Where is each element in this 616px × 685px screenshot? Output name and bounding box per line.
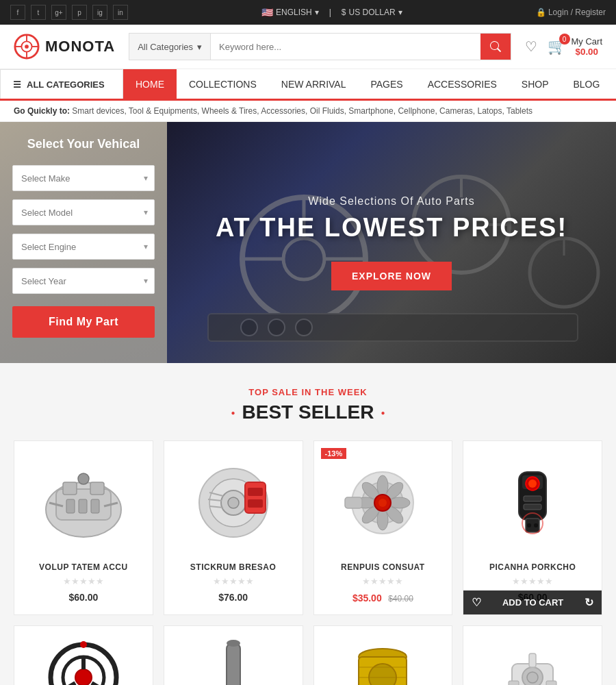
locale-selector: 🇺🇸 ENGLISH ▾ | $ US DOLLAR ▾	[261, 7, 402, 18]
nav-accessories[interactable]: ACCESSORIES	[415, 69, 509, 101]
quick-link-tablets[interactable]: Tablets	[506, 106, 532, 116]
product-grid: VOLUP TATEM ACCU ★★★★★ $60.00	[14, 440, 602, 615]
nav-pages[interactable]: PAGES	[358, 69, 415, 101]
svg-point-28	[78, 473, 89, 484]
svg-point-62	[534, 523, 538, 527]
product-price-3: $35.00 $40.00	[324, 592, 442, 604]
svg-rect-87	[509, 681, 519, 685]
svg-point-18	[241, 319, 257, 336]
product-card-1[interactable]: VOLUP TATEM ACCU ★★★★★ $60.00	[14, 440, 153, 615]
quick-link-wheels[interactable]: Wheels & Tires	[202, 106, 257, 116]
product-card-6[interactable]	[164, 625, 303, 685]
product-image-6	[175, 636, 292, 685]
language-selector[interactable]: 🇺🇸 ENGLISH ▾	[261, 7, 319, 18]
product-name-4: PICANHA PORKCHO	[474, 562, 591, 572]
svg-rect-35	[245, 482, 266, 513]
engine-select[interactable]: Select Engine	[12, 234, 155, 260]
product-image-2	[175, 451, 292, 554]
cart-label: My Cart	[572, 36, 603, 47]
title-dot-right: ●	[381, 409, 385, 416]
header: MONOTA All Categories ▾ ♡ 🛒 0 My Cart $0…	[0, 25, 616, 69]
hero-title: AT THE LOWEST PRICES!	[216, 213, 567, 242]
google-plus-icon[interactable]: g+	[51, 5, 66, 20]
product-stars-1: ★★★★★	[25, 576, 142, 586]
make-select[interactable]: Select Make	[12, 165, 155, 191]
quick-link-accessories[interactable]: Accessories	[261, 106, 305, 116]
year-select-wrapper: Select Year ▾	[12, 268, 155, 294]
product-card-4[interactable]: ♡ ADD TO CART ↻ PICANHA PORKCHO ★★★★★ $6…	[463, 440, 602, 615]
product-card-2[interactable]: STICKRUM BRESAO ★★★★★ $76.00	[164, 440, 303, 615]
quick-link-cellphone[interactable]: Cellphone	[398, 106, 435, 116]
bestseller-section: TOP SALE IN THE WEEK ● BEST SELLER ●	[0, 363, 616, 685]
currency-selector[interactable]: $ US DOLLAR ▾	[342, 8, 402, 17]
cart-icon-wrap: 🛒 0	[548, 38, 566, 55]
instagram-icon[interactable]: ig	[92, 5, 107, 20]
svg-rect-59	[524, 504, 541, 510]
svg-rect-73	[227, 643, 240, 685]
svg-point-74	[227, 640, 240, 647]
quick-links-label: Go Quickly to:	[14, 106, 70, 116]
logo[interactable]: MONOTA	[14, 34, 115, 60]
svg-point-43	[377, 475, 388, 496]
overlay-wishlist-icon[interactable]: ♡	[472, 596, 481, 609]
product-stars-2: ★★★★★	[175, 576, 292, 586]
product-card-3[interactable]: -13%	[313, 440, 453, 615]
quick-link-latops[interactable]: Latops	[477, 106, 502, 116]
product-grid-row2	[14, 625, 602, 685]
cart-button[interactable]: 🛒 0 My Cart $0.00	[548, 36, 603, 57]
product-image-7	[324, 636, 442, 685]
nav-bar: ☰ ALL CATEGORIES HOME COLLECTIONS NEW AR…	[0, 69, 616, 101]
quick-link-smartphone[interactable]: Smartphone	[348, 106, 393, 116]
svg-rect-36	[248, 488, 263, 496]
twitter-icon[interactable]: t	[31, 5, 46, 20]
product-name-2: STICKRUM BRESAO	[175, 562, 292, 572]
engine-image	[39, 462, 128, 544]
nav-new-arrival[interactable]: NEW ARRIVAL	[269, 69, 359, 101]
product-card-8[interactable]	[463, 625, 602, 685]
quick-link-smart-devices[interactable]: Smart devices	[72, 106, 124, 116]
svg-point-45	[389, 497, 410, 508]
quick-link-oil[interactable]: Oil Fluids	[310, 106, 344, 116]
all-categories-button[interactable]: ☰ ALL CATEGORIES	[0, 69, 123, 99]
nav-shop[interactable]: SHOP	[509, 69, 561, 101]
social-links: f t g+ p ig in	[10, 5, 128, 20]
wishlist-button[interactable]: ♡	[525, 38, 537, 55]
model-select[interactable]: Select Model	[12, 199, 155, 225]
overlay-refresh-icon[interactable]: ↻	[585, 596, 593, 609]
svg-rect-27	[91, 499, 99, 513]
product-image-3	[324, 451, 442, 554]
product-overlay-4: ♡ ADD TO CART ↻	[463, 590, 602, 614]
search-input[interactable]	[211, 34, 480, 60]
svg-point-61	[527, 523, 531, 527]
section-tag: TOP SALE IN THE WEEK	[14, 387, 602, 397]
explore-button[interactable]: EXPLORE NOW	[331, 262, 452, 290]
nav-home[interactable]: HOME	[123, 69, 177, 101]
overlay-add-to-cart[interactable]: ADD TO CART	[481, 597, 585, 608]
svg-rect-86	[529, 653, 536, 667]
divider: |	[329, 8, 331, 17]
svg-point-70	[80, 641, 87, 648]
svg-rect-17	[208, 314, 578, 341]
auth-link[interactable]: 🔒 Login / Register	[536, 8, 606, 17]
hero-subtitle: Wide Selections Of Auto Parts	[216, 195, 567, 208]
facebook-icon[interactable]: f	[10, 5, 25, 20]
svg-point-85	[527, 672, 538, 683]
find-my-part-button[interactable]: Find My Part	[12, 306, 155, 338]
pinterest-icon[interactable]: p	[72, 5, 87, 20]
vehicle-selector: Select Your Vehical Select Make ▾ Select…	[0, 122, 167, 363]
product-price-2: $76.00	[175, 592, 292, 603]
product-card-7[interactable]	[313, 625, 453, 685]
year-select[interactable]: Select Year	[12, 268, 155, 294]
brake-disc-image	[189, 462, 278, 544]
linkedin-icon[interactable]: in	[113, 5, 128, 20]
oil-filter-image	[348, 640, 417, 685]
svg-rect-26	[79, 499, 87, 513]
search-category-dropdown[interactable]: All Categories ▾	[129, 34, 211, 60]
nav-blog[interactable]: BLOG	[561, 69, 613, 101]
quick-link-cameras[interactable]: Cameras	[439, 106, 473, 116]
quick-link-tools[interactable]: Tool & Equipments	[129, 106, 197, 116]
search-button[interactable]	[480, 34, 511, 60]
chevron-down-icon: ▾	[197, 42, 202, 52]
product-card-5[interactable]	[14, 625, 153, 685]
nav-collections[interactable]: COLLECTIONS	[177, 69, 269, 101]
